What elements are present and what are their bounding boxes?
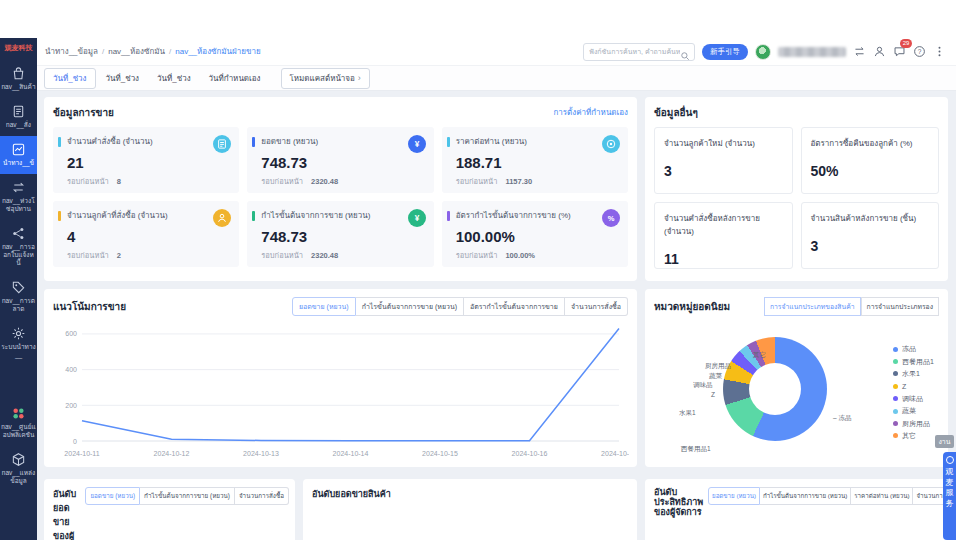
legend-item[interactable]: 厨房用品	[893, 417, 934, 429]
sidebar-item-invoicing[interactable]: nav__การออกใบแจ้งหนี้	[0, 220, 37, 274]
help-icon[interactable]: ?	[913, 45, 926, 58]
stat-previous: รอบก่อนหน้า1157.30	[456, 175, 620, 187]
accent-bar	[252, 137, 255, 147]
category-donut-chart: 冻品西餐用品1水果1Z调味品蔬菜厨房用品其它 其它厨房用品蔬菜调味品Z水果1西餐…	[645, 317, 948, 465]
messages-icon[interactable]: 29	[893, 45, 906, 58]
gear-icon	[11, 326, 26, 341]
previous-period-label: รอบก่อนหน้า	[456, 251, 498, 260]
category-tab[interactable]: การจำแนกประเภทรอง	[861, 297, 939, 316]
sidebar-item-app-center[interactable]: nav__ศูนย์แอปพลิเคชัน	[0, 400, 37, 446]
categories-card-title: หมวดหมู่ยอดนิยม	[654, 299, 730, 314]
svg-text:2024-10-11: 2024-10-11	[64, 450, 99, 457]
stat-value: 3	[664, 163, 784, 179]
trend-metric-tab[interactable]: ยอดขาย (หยวน)	[292, 297, 356, 316]
task-float-tag[interactable]: งาน	[935, 435, 954, 448]
sales-data-card: ข้อมูลการขาย การตั้งค่าที่กำหนดเอง จำนวน…	[44, 97, 637, 281]
product-ranking-title: อันดับยอดขายสินค้า	[312, 487, 391, 501]
svg-text:600: 600	[65, 330, 77, 337]
stat-tile: จำนวนคำสั่งซื้อ (จำนวน)21รอบก่อนหน้า8	[53, 127, 239, 193]
legend-item[interactable]: 冻品	[893, 343, 934, 355]
sidebar-item-marketing[interactable]: nav__การตลาด	[0, 274, 37, 320]
trend-metric-tab[interactable]: อัตรากำไรขั้นต้นจากการขาย	[464, 297, 565, 316]
custom-settings-link[interactable]: การตั้งค่าที่กำหนดเอง	[553, 106, 628, 119]
avatar[interactable]	[755, 44, 771, 60]
guide-button[interactable]: 新手引导	[702, 44, 748, 60]
legend-item[interactable]: 西餐用品1	[893, 355, 934, 367]
seller-metric-tab[interactable]: ยอดขาย (หยวน)	[85, 487, 140, 505]
seller-metric-tab[interactable]: กำไรขั้นต้นจากการขาย (หยวน)	[140, 487, 235, 505]
seller-metric-tab[interactable]: จำนวนการสั่งซื้อ	[235, 487, 289, 505]
sidebar-item-data-source[interactable]: nav__แหล่งข้อมูล	[0, 446, 37, 492]
trend-metric-tab[interactable]: จำนวนการสั่งซื้อ	[565, 297, 628, 316]
date-tab[interactable]: วันที่_ช่วง	[149, 68, 199, 89]
search-box[interactable]	[583, 43, 695, 61]
date-tab[interactable]: วันที่กำหนดเอง	[201, 68, 269, 89]
stat-title: อัตรากำไรขั้นต้นจากการขาย (%)	[456, 209, 620, 222]
trend-metric-tab[interactable]: กำไรขั้นต้นจากการขาย (หยวน)	[356, 297, 464, 316]
legend-label: 调味品	[902, 394, 923, 404]
category-tab[interactable]: การจำแนกประเภทของสินค้า	[764, 297, 861, 316]
sidebar-item-dashboard[interactable]: นำทาง__ข้	[0, 136, 37, 174]
stat-title: ราคาต่อท่าน (หยวน)	[456, 135, 620, 148]
search-icon	[680, 47, 690, 57]
customer-service-button[interactable]: 观麦服务	[943, 452, 956, 540]
sidebar: 观麦科技 nav__สินค้าnav__สั่งนำทาง__ข้nav__ห…	[0, 38, 37, 540]
previous-period-value: 100.00%	[505, 251, 535, 260]
svg-text:2024-10-16: 2024-10-16	[512, 450, 548, 457]
stat-title: จำนวนลูกค้าที่สั่งซื้อ (จำนวน)	[67, 209, 231, 222]
breadcrumb-item[interactable]: นำทาง__ข้อมูล	[45, 45, 98, 58]
previous-period-value: 2	[117, 251, 121, 260]
top-categories-card: หมวดหมู่ยอดนิยม การจำแนกประเภทของสินค้าก…	[645, 289, 948, 467]
search-input[interactable]	[584, 48, 680, 55]
seller-ranking-title: อันดับยอดขายของผู้ขาย	[53, 487, 79, 540]
sidebar-item-supply-chain[interactable]: nav__ห่วงโซ่อุปทาน	[0, 174, 37, 220]
legend-item[interactable]: 水果1	[893, 368, 934, 380]
stat-value: 21	[67, 154, 231, 171]
yen-icon: ¥	[408, 135, 426, 153]
date-tab[interactable]: วันที่_ช่วง	[98, 68, 148, 89]
donut-label: 调味品	[693, 381, 713, 390]
more-menu-icon[interactable]	[933, 45, 946, 58]
svg-text:2024-10-12: 2024-10-12	[154, 450, 190, 457]
trend-metric-tabs: ยอดขาย (หยวน)กำไรขั้นต้นจากการขาย (หยวน)…	[292, 297, 628, 316]
sidebar-item-label: nav__ศูนย์แอปพลิเคชัน	[1, 423, 36, 439]
legend-dot	[893, 421, 898, 426]
previous-period-value: 1157.30	[505, 177, 532, 186]
stat-value: 11	[664, 251, 784, 267]
trend-line-chart: 02004006002024-10-112024-10-122024-10-13…	[52, 317, 629, 463]
accent-bar	[447, 137, 450, 147]
donut-label: 西餐用品1	[681, 445, 711, 454]
stat-title: จำนวนสินค้าหลังการขาย (ชิ้น)	[811, 212, 931, 225]
manager-metric-tab[interactable]: ราคาต่อท่าน (หยวน)	[851, 487, 913, 505]
support-icon[interactable]	[873, 45, 886, 58]
svg-text:¥: ¥	[414, 214, 419, 223]
supply-icon	[11, 180, 26, 195]
service-button-char: 麦	[946, 478, 954, 488]
svg-text:2024-10-13: 2024-10-13	[243, 450, 279, 457]
stat-title: ยอดขาย (หยวน)	[261, 135, 425, 148]
switch-account-icon[interactable]	[853, 45, 866, 58]
breadcrumb-item[interactable]: nav__ห้องซักมันฝ่ายขาย	[175, 45, 260, 58]
sidebar-item-orders[interactable]: nav__สั่ง	[0, 98, 37, 136]
sidebar-item-label: nav__สินค้า	[1, 83, 36, 91]
stat-tile: ราคาต่อท่าน (หยวน)188.71รอบก่อนหน้า1157.…	[442, 127, 628, 193]
sidebar-item-products[interactable]: nav__สินค้า	[0, 60, 37, 98]
legend-item[interactable]: 蔬菜	[893, 405, 934, 417]
legend-item[interactable]: Z	[893, 380, 934, 392]
stat-title: จำนวนคำสั่งซื้อหลังการขาย (จำนวน)	[664, 212, 784, 238]
other-tiles: จำนวนลูกค้าใหม่ (จำนวน)3อัตราการซื้อคืนข…	[654, 127, 939, 269]
manager-metric-tab[interactable]: ยอดขาย (หยวน)	[708, 487, 760, 505]
screen-cast-button[interactable]: โหมดแคสต์หน้าจอ ›	[281, 68, 370, 89]
legend-item[interactable]: 调味品	[893, 393, 934, 405]
manager-metric-tab[interactable]: กำไรขั้นต้นจากการขาย (หยวน)	[760, 487, 851, 505]
date-tab[interactable]: วันที่_ช่วง	[44, 68, 96, 89]
apps-icon	[11, 406, 26, 421]
breadcrumb-item[interactable]: nav__ห้องซักมัน	[108, 45, 165, 58]
svg-text:400: 400	[65, 366, 77, 373]
sidebar-item-system[interactable]: ระบบนำทาง__	[0, 320, 37, 366]
sidebar-item-label: nav__การออกใบแจ้งหนี้	[1, 243, 36, 267]
donut-label: – 冻品	[833, 414, 851, 423]
sidebar-item-label: ระบบนำทาง__	[1, 343, 36, 359]
legend-item[interactable]: 其它	[893, 430, 934, 442]
manager-metric-tabs: ยอดขาย (หยวน)กำไรขั้นต้นจากการขาย (หยวน)…	[708, 487, 956, 505]
